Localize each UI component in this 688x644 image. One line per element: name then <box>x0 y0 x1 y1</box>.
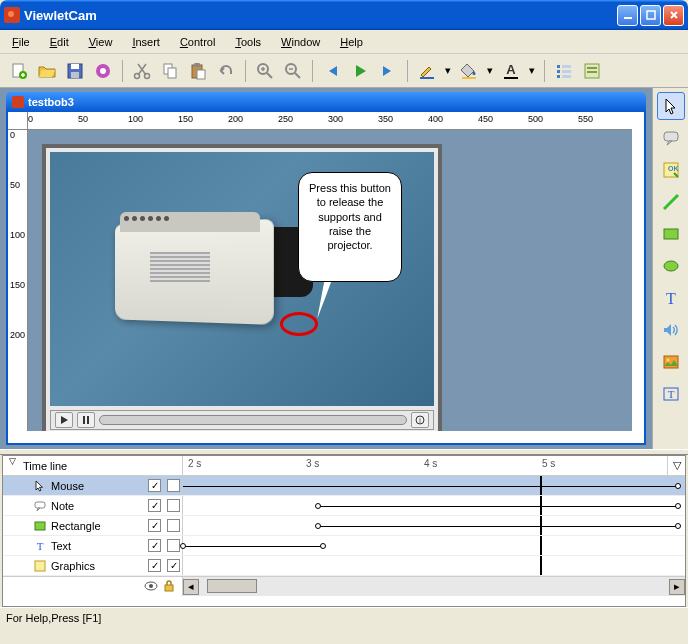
rectangle-tool[interactable] <box>657 220 685 248</box>
timeline-header-menu[interactable]: ▽ <box>667 456 685 475</box>
track-label: Graphics <box>51 560 144 572</box>
scroll-thumb[interactable] <box>207 579 257 593</box>
form-button[interactable] <box>579 58 605 84</box>
play-button[interactable] <box>347 58 373 84</box>
menu-window[interactable]: Window <box>277 34 324 50</box>
menu-file[interactable]: File <box>8 34 34 50</box>
text-color-dropdown[interactable]: ▾ <box>526 64 538 77</box>
player-pause-button[interactable] <box>77 412 95 428</box>
player-play-button[interactable] <box>55 412 73 428</box>
svg-rect-19 <box>462 77 476 79</box>
callout-balloon[interactable]: Press this button to release the support… <box>298 172 402 282</box>
paste-button[interactable] <box>185 58 211 84</box>
timeline-track-graphics[interactable]: Graphics <box>3 556 685 576</box>
track-lane[interactable] <box>183 516 667 535</box>
open-button[interactable] <box>34 58 60 84</box>
track-lane[interactable] <box>183 476 667 495</box>
track-lane[interactable] <box>183 496 667 515</box>
copy-button[interactable] <box>157 58 183 84</box>
menubar: File Edit View Insert Control Tools Wind… <box>0 30 688 54</box>
timeline-track-text[interactable]: T Text <box>3 536 685 556</box>
timeline-footer: ◂ ▸ <box>3 576 685 596</box>
pen-color-dropdown[interactable]: ▾ <box>442 64 454 77</box>
track-visible-checkbox[interactable] <box>148 479 161 492</box>
document-window: testbob3 0501001502002503003504004505005… <box>6 92 646 445</box>
ruler-tick: 450 <box>478 114 493 124</box>
lock-icon[interactable] <box>162 579 176 595</box>
scroll-left-button[interactable]: ◂ <box>183 579 199 595</box>
track-lane[interactable] <box>183 556 667 575</box>
track-visible-checkbox[interactable] <box>148 499 161 512</box>
pen-color-button[interactable] <box>414 58 440 84</box>
keyframe[interactable] <box>315 503 321 509</box>
save-button[interactable] <box>62 58 88 84</box>
close-button[interactable] <box>663 5 684 26</box>
minimize-button[interactable] <box>617 5 638 26</box>
timeline-track-rectangle[interactable]: Rectangle <box>3 516 685 536</box>
list-view-button[interactable] <box>551 58 577 84</box>
image-tool[interactable] <box>657 348 685 376</box>
keyframe[interactable] <box>315 523 321 529</box>
balloon-tool[interactable] <box>657 124 685 152</box>
ellipse-tool[interactable] <box>657 252 685 280</box>
keyframe[interactable] <box>675 483 681 489</box>
track-visible-checkbox[interactable] <box>148 539 161 552</box>
keyframe[interactable] <box>320 543 326 549</box>
menu-control[interactable]: Control <box>176 34 219 50</box>
timeline-track-mouse[interactable]: Mouse <box>3 476 685 496</box>
track-lock-checkbox[interactable] <box>167 499 180 512</box>
track-lock-checkbox[interactable] <box>167 559 180 572</box>
track-lock-checkbox[interactable] <box>167 519 180 532</box>
forward-button[interactable] <box>375 58 401 84</box>
svg-rect-35 <box>664 132 678 141</box>
track-visible-checkbox[interactable] <box>148 559 161 572</box>
document-titlebar[interactable]: testbob3 <box>6 92 646 112</box>
menu-help[interactable]: Help <box>336 34 367 50</box>
menu-view[interactable]: View <box>85 34 117 50</box>
undo-button[interactable] <box>213 58 239 84</box>
canvas-area[interactable]: Press this button to release the support… <box>28 130 632 431</box>
track-lock-checkbox[interactable] <box>167 539 180 552</box>
zoom-out-button[interactable] <box>280 58 306 84</box>
timeline-collapse-icon[interactable]: ▽ <box>9 456 16 466</box>
textbox-tool[interactable]: T <box>657 380 685 408</box>
highlight-ellipse[interactable] <box>280 312 318 336</box>
note-tool[interactable]: OK <box>657 156 685 184</box>
track-lane[interactable] <box>183 536 667 555</box>
keyframe[interactable] <box>675 523 681 529</box>
menu-insert[interactable]: Insert <box>128 34 164 50</box>
timeline-scrollbar[interactable]: ◂ ▸ <box>183 577 685 596</box>
svg-rect-45 <box>35 502 45 508</box>
compile-button[interactable] <box>90 58 116 84</box>
timeline-track-note[interactable]: Note <box>3 496 685 516</box>
menu-edit[interactable]: Edit <box>46 34 73 50</box>
sound-tool[interactable] <box>657 316 685 344</box>
menu-tools[interactable]: Tools <box>231 34 265 50</box>
fill-color-dropdown[interactable]: ▾ <box>484 64 496 77</box>
ruler-horizontal[interactable]: 050100150200250300350400450500550 <box>28 112 632 130</box>
keyframe[interactable] <box>675 503 681 509</box>
new-button[interactable] <box>6 58 32 84</box>
ruler-vertical[interactable]: 050100150200 <box>8 130 28 431</box>
time-mark: 5 s <box>542 458 555 469</box>
scroll-right-button[interactable]: ▸ <box>669 579 685 595</box>
cursor-tool[interactable] <box>657 92 685 120</box>
visibility-icon[interactable] <box>144 579 158 595</box>
player-info-button[interactable]: i <box>411 412 429 428</box>
line-tool[interactable] <box>657 188 685 216</box>
slide-canvas[interactable]: Press this button to release the support… <box>42 144 442 431</box>
maximize-button[interactable] <box>640 5 661 26</box>
timeline-ruler[interactable]: 2 s3 s4 s5 s <box>183 456 667 475</box>
zoom-in-button[interactable] <box>252 58 278 84</box>
player-slider[interactable] <box>99 415 407 425</box>
ruler-tick: 0 <box>28 114 33 124</box>
fill-color-button[interactable] <box>456 58 482 84</box>
text-color-button[interactable]: A <box>498 58 524 84</box>
ruler-tick: 350 <box>378 114 393 124</box>
rewind-button[interactable] <box>319 58 345 84</box>
text-tool[interactable]: T <box>657 284 685 312</box>
track-lock-checkbox[interactable] <box>167 479 180 492</box>
keyframe[interactable] <box>180 543 186 549</box>
track-visible-checkbox[interactable] <box>148 519 161 532</box>
cut-button[interactable] <box>129 58 155 84</box>
